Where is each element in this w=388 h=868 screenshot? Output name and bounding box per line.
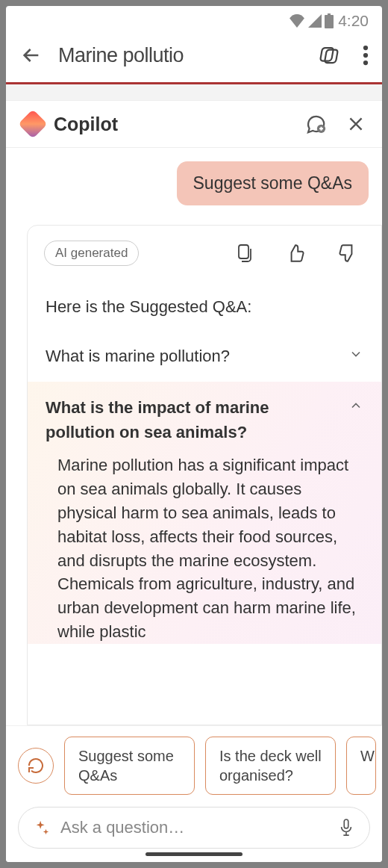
- ai-response-card: AI generated Here is the Suggested Q&A: …: [27, 225, 382, 725]
- qa-question: What is the impact of marine pollution o…: [46, 395, 340, 444]
- chevron-up-icon: [348, 398, 363, 413]
- question-input[interactable]: Ask a question…: [18, 807, 370, 849]
- sparkle-icon: [34, 819, 50, 836]
- copilot-logo-icon: [18, 109, 48, 139]
- home-indicator[interactable]: [146, 852, 242, 856]
- suggestion-chip[interactable]: Suggest some Q&As: [64, 737, 195, 795]
- wifi-icon: [289, 14, 305, 28]
- ai-generated-badge: AI generated: [44, 241, 139, 266]
- qa-item-collapsed[interactable]: What is marine pollution?: [28, 330, 381, 382]
- thumbs-up-icon[interactable]: [286, 243, 305, 264]
- page-title: Marine pollutio: [58, 44, 304, 67]
- input-placeholder: Ask a question…: [60, 818, 328, 837]
- thumbs-down-icon[interactable]: [338, 243, 357, 264]
- suggestions-row: Suggest some Q&As Is the deck well organ…: [6, 737, 382, 807]
- refresh-icon: [27, 757, 45, 775]
- microphone-icon[interactable]: [338, 818, 354, 837]
- status-time: 4:20: [338, 12, 369, 30]
- refresh-button[interactable]: [18, 748, 54, 784]
- signal-icon: [308, 14, 322, 28]
- svg-rect-9: [344, 819, 348, 828]
- battery-icon: [325, 13, 334, 28]
- more-icon[interactable]: [363, 44, 369, 66]
- suggestion-chip[interactable]: W th: [346, 737, 376, 795]
- copilot-header: Copilot: [6, 101, 382, 148]
- svg-point-5: [363, 53, 368, 58]
- app-header: Marine pollutio: [6, 33, 382, 82]
- back-icon[interactable]: [19, 43, 43, 67]
- gap-strip: [6, 84, 382, 101]
- qa-answer: Marine pollution has a significant impac…: [46, 453, 363, 644]
- svg-point-4: [363, 46, 368, 50]
- qa-question: What is marine pollution?: [46, 344, 230, 368]
- user-message-bubble: Suggest some Q&As: [177, 161, 369, 205]
- svg-rect-1: [328, 13, 331, 15]
- qa-item-expanded[interactable]: What is the impact of marine pollution o…: [28, 382, 381, 644]
- close-icon[interactable]: [346, 114, 366, 134]
- svg-rect-8: [239, 245, 248, 258]
- copilot-header-icon[interactable]: [319, 44, 342, 66]
- chat-body: Suggest some Q&As AI generated Here is t…: [6, 148, 382, 725]
- copilot-title: Copilot: [54, 114, 294, 135]
- ai-intro-text: Here is the Suggested Q&A:: [28, 273, 381, 330]
- svg-point-6: [363, 61, 368, 65]
- status-bar: 4:20: [6, 6, 382, 33]
- new-chat-icon[interactable]: [304, 113, 327, 135]
- bottom-panel: Suggest some Q&As Is the deck well organ…: [6, 725, 382, 862]
- svg-rect-0: [325, 15, 334, 28]
- status-icons: [289, 13, 334, 28]
- suggestion-chip[interactable]: Is the deck well organised?: [205, 737, 336, 795]
- chevron-down-icon: [348, 347, 363, 362]
- copy-icon[interactable]: [235, 243, 253, 264]
